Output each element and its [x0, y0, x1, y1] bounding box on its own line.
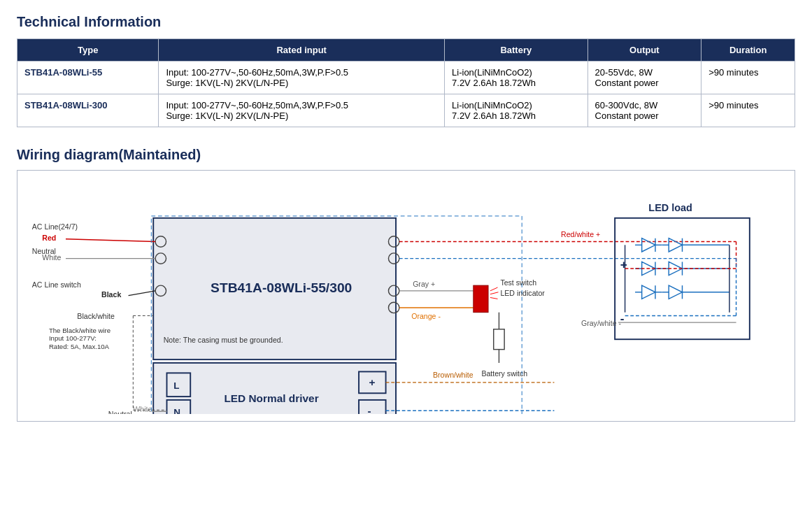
- table-row: STB41A-08WLi-300Input: 100-277V~,50-60Hz…: [17, 94, 795, 127]
- svg-text:Battery switch: Battery switch: [481, 369, 527, 378]
- svg-text:N: N: [173, 407, 180, 414]
- svg-text:+: +: [620, 257, 627, 271]
- svg-text:Black/white: Black/white: [77, 312, 115, 320]
- table-header: Output: [587, 39, 701, 62]
- svg-line-14: [66, 239, 155, 242]
- table-cell: STB41A-08WLi-300: [17, 94, 159, 127]
- svg-text:-: -: [368, 405, 371, 414]
- svg-text:LED indicator: LED indicator: [500, 289, 545, 297]
- table-cell: >90 minutes: [701, 62, 795, 94]
- svg-text:Brown/white: Brown/white: [433, 371, 473, 379]
- table-row: STB41A-08WLi-55Input: 100-277V~,50-60Hz,…: [17, 62, 795, 94]
- table-cell: 60-300Vdc, 8WConstant power: [587, 94, 701, 127]
- svg-text:AC Line(24/7): AC Line(24/7): [32, 222, 78, 231]
- table-cell: Input: 100-277V~,50-60Hz,50mA,3W,P.F>0.5…: [159, 62, 445, 94]
- svg-text:Note: The casing must be groun: Note: The casing must be grounded.: [164, 336, 283, 344]
- table-header: Battery: [445, 39, 588, 62]
- svg-text:Red/white +: Red/white +: [561, 230, 600, 238]
- wiring-section: Wiring diagram(Maintained) STB41A-08WLi-…: [17, 147, 795, 422]
- svg-marker-59: [642, 238, 655, 252]
- svg-text:Gray/white -: Gray/white -: [581, 319, 621, 327]
- tech-table: TypeRated inputBatteryOutputDuration STB…: [17, 38, 795, 127]
- svg-text:Test switch: Test switch: [500, 278, 536, 287]
- svg-rect-23: [153, 363, 396, 414]
- svg-text:Neutral: Neutral: [32, 247, 56, 255]
- svg-text:+: +: [369, 376, 376, 388]
- page-title: Technical Information: [17, 14, 795, 30]
- table-header: Duration: [701, 39, 795, 62]
- svg-text:LED load: LED load: [648, 202, 692, 213]
- svg-text:Input 100-277V:: Input 100-277V:: [49, 334, 97, 342]
- svg-line-48: [490, 287, 498, 291]
- svg-text:Black: Black: [101, 290, 121, 299]
- svg-line-50: [490, 297, 498, 299]
- svg-rect-47: [473, 285, 488, 313]
- svg-rect-51: [494, 329, 504, 350]
- svg-text:Neutral: Neutral: [108, 410, 132, 414]
- svg-line-49: [490, 292, 499, 294]
- wiring-svg: STB41A-08WLi-55/300 Note: The casing mus…: [29, 180, 783, 414]
- table-cell: 20-55Vdc, 8WConstant power: [587, 62, 701, 94]
- svg-text:White: White: [133, 405, 152, 413]
- svg-text:STB41A-08WLi-55/300: STB41A-08WLi-55/300: [211, 280, 352, 295]
- svg-marker-79: [669, 285, 682, 299]
- table-header: Type: [17, 39, 159, 62]
- table-cell: Li-ion(LiNiMnCoO2)7.2V 2.6Ah 18.72Wh: [445, 62, 588, 94]
- svg-marker-63: [669, 238, 682, 252]
- wiring-diagram: STB41A-08WLi-55/300 Note: The casing mus…: [17, 170, 795, 422]
- table-cell: STB41A-08WLi-55: [17, 62, 159, 94]
- svg-marker-75: [642, 285, 655, 299]
- table-header: Rated input: [159, 39, 445, 62]
- svg-text:Red: Red: [42, 234, 56, 242]
- svg-text:LED Normal driver: LED Normal driver: [224, 392, 318, 404]
- wiring-title: Wiring diagram(Maintained): [17, 147, 795, 163]
- svg-text:Rated: 5A, Max.10A: Rated: 5A, Max.10A: [49, 343, 110, 350]
- svg-text:AC Line switch: AC Line switch: [32, 280, 81, 289]
- svg-text:The Black/white wire: The Black/white wire: [49, 327, 111, 334]
- table-cell: >90 minutes: [701, 94, 795, 127]
- svg-text:Gray +: Gray +: [413, 280, 435, 288]
- svg-text:Orange -: Orange -: [411, 312, 441, 320]
- svg-text:L: L: [173, 380, 179, 391]
- table-cell: Li-ion(LiNiMnCoO2)7.2V 2.6Ah 18.72Wh: [445, 94, 588, 127]
- table-cell: Input: 100-277V~,50-60Hz,50mA,3W,P.F>0.5…: [159, 94, 445, 127]
